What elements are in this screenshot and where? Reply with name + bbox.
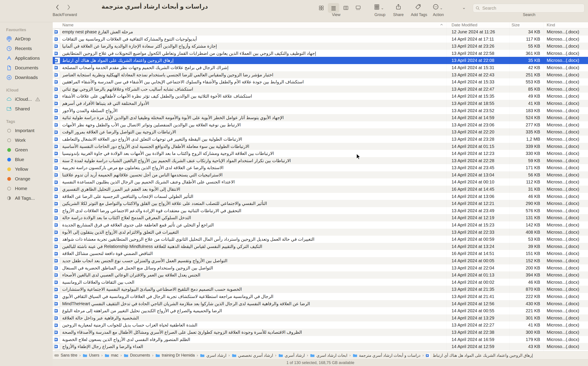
sidebar-item-important[interactable]: Important: [0, 126, 53, 135]
sidebar-item-icloud[interactable]: iCloud...: [0, 94, 53, 104]
table-row[interactable]: Wالتراجع أو التخلي عن تأثير قمع العاطفة …: [53, 221, 588, 229]
table-row[interactable]: Wالظلم المتصور والرفاه النفسي لدى الأزوا…: [53, 336, 588, 343]
breadcrumb-item[interactable]: training Dr Hemida: [155, 353, 195, 358]
table-row[interactable]: Wالارتباطات بين العلاقة الزوجية ومشاركة …: [53, 150, 588, 157]
table-row[interactable]: Wالتكيف التركي والتقييم النفسي لقياس الي…: [53, 243, 588, 250]
sidebar-item-airdrop[interactable]: AirDrop: [0, 34, 53, 44]
gallery-view-button[interactable]: [352, 3, 364, 13]
ellipsis-circle-icon: [432, 4, 439, 10]
table-row[interactable]: Wالارتباطات الطولية بين اليقظة والتغيير …: [53, 136, 588, 143]
table-row[interactable]: Wالارتباطات بين تكرار استخدام المواد الإ…: [53, 157, 588, 164]
sidebar-item-orange[interactable]: Orange: [0, 174, 53, 184]
table-row[interactable]: Wالاستراتيجيات التي يستخدمها الناس من أج…: [53, 171, 588, 179]
table-row[interactable]: Wالانتقال إلى الأبوة بعد العقم غير المبر…: [53, 186, 588, 193]
table-row[interactable]: Wالرضا عن العلاقة والرفاهية النفسية لدى …: [53, 300, 588, 307]
word-doc-icon: W: [55, 36, 60, 42]
toolbar-overflow-chevron[interactable]: ⌄: [462, 5, 466, 10]
table-row[interactable]: Wالتأثير الطولي لسمات الإعجاب والتنافس ا…: [53, 193, 588, 200]
sidebar-item-applications[interactable]: Applications: [0, 53, 53, 63]
forward-button[interactable]: [65, 4, 72, 11]
breadcrumb-item[interactable]: ارشاد اسري: [200, 353, 226, 358]
table-row[interactable]: Wالأزواج السلطة والمدن والأجور13 April 2…: [53, 107, 588, 114]
share-button[interactable]: [395, 4, 402, 10]
table-row[interactable]: Wالشخصية والرفاهية عبر وداخل حالة العلاق…: [53, 314, 588, 322]
breadcrumb-item[interactable]: Documents: [124, 353, 150, 358]
table-row[interactable]: Wالارتباط بين نوعية العلاقة بين الوالدين…: [53, 121, 588, 129]
sidebar-item-blue[interactable]: Blue: [0, 155, 53, 164]
breadcrumb-item[interactable]: mac: [105, 353, 119, 358]
table-row[interactable]: Wالعداء والرضا و الصراع رجال الإطفاء وال…: [53, 343, 588, 350]
sidebar-item-yellow[interactable]: Yellow: [0, 164, 53, 174]
action-button[interactable]: ⌄: [432, 4, 443, 10]
breadcrumb-item[interactable]: Sans titre: [54, 353, 77, 358]
table-row[interactable]: Wإشراك الرجال في برامج علاقات الشريك الح…: [53, 64, 588, 71]
breadcrumb-item[interactable]: ابحاث ارشاد اسري: [310, 353, 347, 358]
table-row[interactable]: Wالحب بين الثقافات والعلاقات الرومانسية1…: [53, 279, 588, 286]
table-row[interactable]: Wالأدوار المختلفة التي قد يتبناها الأفرا…: [53, 100, 588, 107]
column-view-button[interactable]: [340, 3, 352, 13]
table-row[interactable]: Wالخصوبة حسب التصميم دمج التلقيح الاصطنا…: [53, 286, 588, 293]
table-row[interactable]: Wالجنس يعدل العلاقة بين العمر والاقتران …: [53, 271, 588, 279]
search-field[interactable]: [473, 4, 584, 13]
table-row[interactable]: Wالتواصل بين الأزواج وتقسيم العمل الأسري…: [53, 257, 588, 264]
table-row[interactable]: Wمرحلة العش الفارغ empty nest phase12 Ju…: [53, 28, 588, 36]
table-row[interactable]: Wالرضا والحميمية والصراع في الأزواج الكن…: [53, 307, 588, 314]
file-date-modified: 13 April 2024 at 22:58: [452, 50, 501, 57]
breadcrumb-item[interactable]: ارشاد أسري تخصصي: [232, 353, 273, 358]
table-row[interactable]: Wالإجهاد الأبوي يتوسط آثار عوامل الخطر ا…: [53, 114, 588, 121]
file-name: إجازة مشتركة وأزواج الوالدين أكثر سعادة …: [62, 43, 217, 50]
table-row[interactable]: Wالشدة العاطفية لحياة العزاب حساب بديل ل…: [53, 321, 588, 329]
table-row[interactable]: Wاستكشاف علاقة الأخوة الثلاثية بين الوال…: [53, 93, 588, 100]
sidebar-item-downloads[interactable]: Downloads: [0, 73, 53, 82]
column-header-date-modified[interactable]: Date Modified: [452, 23, 477, 27]
table-row[interactable]: Wإجازة مشتركة وأزواج الوالدين أكثر سعادة…: [53, 43, 588, 50]
sidebar-item-green[interactable]: Green: [0, 145, 53, 155]
folder-icon: [353, 353, 358, 358]
file-name: التناقض الضمني قوة دافعة لتحسين مشاكل ال…: [62, 250, 153, 257]
table-row[interactable]: Wإجهاد التوظيف والتكيف الزوجي بين العملا…: [53, 50, 588, 57]
table-row[interactable]: Wالارتباطات الطولية بين سوء معاملة الأطف…: [53, 143, 588, 150]
add-tags-button[interactable]: [415, 4, 421, 10]
column-header-size[interactable]: Size: [512, 23, 520, 27]
column-header-name[interactable]: Name: [62, 23, 74, 27]
icon-view-button[interactable]: [316, 3, 327, 13]
sidebar-item-alltags[interactable]: All Tags...: [0, 193, 53, 203]
breadcrumb-item[interactable]: Wإرهاق الزوجين واعتماد الشريك على المواد…: [426, 352, 533, 358]
word-doc-icon: W: [55, 136, 60, 142]
table-row[interactable]: Wالرجال في الرومانسية مراجعة استطلاعية ل…: [53, 293, 588, 300]
back-button[interactable]: [55, 4, 61, 11]
table-row[interactable]: Wاختبار مؤشر رضا الزوجين والمقياس العالم…: [53, 71, 588, 79]
breadcrumb-item[interactable]: ارشاد أسري: [278, 353, 305, 358]
sidebar-item-work[interactable]: Work: [0, 135, 53, 145]
sidebar-item-documents[interactable]: Documents: [0, 63, 53, 73]
table-row[interactable]: Wالتدخل السلوكي المعرفي المدمج لعلاج اكت…: [53, 214, 588, 221]
table-row[interactable]: Wالتناقض الضمني قوة دافعة لتحسين مشاكل ا…: [53, 250, 588, 257]
word-doc-icon: W: [55, 265, 60, 271]
list-view-button[interactable]: [328, 3, 339, 13]
table-row[interactable]: Wالتحقيق في الارتباطات الثنائية بين معتق…: [53, 207, 588, 214]
breadcrumb-item[interactable]: دراسات و أبحاث ارشاد أسري مترجمة: [353, 353, 421, 358]
table-row[interactable]: Wالظروف الاقتصادية للأسرة وجودة العلاقة …: [53, 329, 588, 336]
table-row[interactable]: Wاستكشاف تشابه أساليب حب الشركاء وعلاقات…: [53, 86, 588, 93]
sidebar-item-recents[interactable]: Recents: [0, 44, 53, 53]
table-row[interactable]: Wالتغييرات في حالة العمل وتعديل الزوجين …: [53, 236, 588, 243]
table-row[interactable]: Wالارتباطات الزوجية بين التواصل والرضا ع…: [53, 128, 588, 136]
file-date-modified: 14 April 2024 at 12:56: [452, 300, 501, 307]
table-row[interactable]: Wأيديولوجيات التنوع والمشاركة الثقافية ف…: [53, 36, 588, 43]
table-row[interactable]: Wالتأثير النفسي والاجتماعي للتصلب المتعد…: [53, 200, 588, 207]
file-size: 85 KB: [498, 86, 540, 93]
search-input[interactable]: [482, 6, 580, 11]
column-header-kind[interactable]: Kind: [547, 23, 555, 27]
table-row[interactable]: Wالتغييرات في التعلق والالتزام لدى الأزو…: [53, 229, 588, 236]
search-icon: [475, 6, 480, 11]
icloud-icon: [6, 96, 12, 102]
table-row[interactable]: Wإرهاق الزوجين واعتماد الشريك على المواد…: [53, 57, 588, 64]
table-row[interactable]: Wالاعتداء الجنسي على الأطفال وعنف الشريك…: [53, 178, 588, 186]
sidebar-item-shared[interactable]: Shared: [0, 104, 53, 114]
table-row[interactable]: Wالتواصل بين الزوجين واستخدام وسائل منع …: [53, 264, 588, 272]
breadcrumb-item[interactable]: Users: [83, 353, 99, 358]
table-row[interactable]: Wالاستجابة والرضا عن العلاقة لدى الأزواج…: [53, 164, 588, 171]
group-button[interactable]: ⌄: [373, 4, 384, 10]
sidebar-item-home[interactable]: Home: [0, 184, 53, 193]
table-row[interactable]: Wاستكشاف الروابط بين جودة علاقة الأم وال…: [53, 78, 588, 86]
